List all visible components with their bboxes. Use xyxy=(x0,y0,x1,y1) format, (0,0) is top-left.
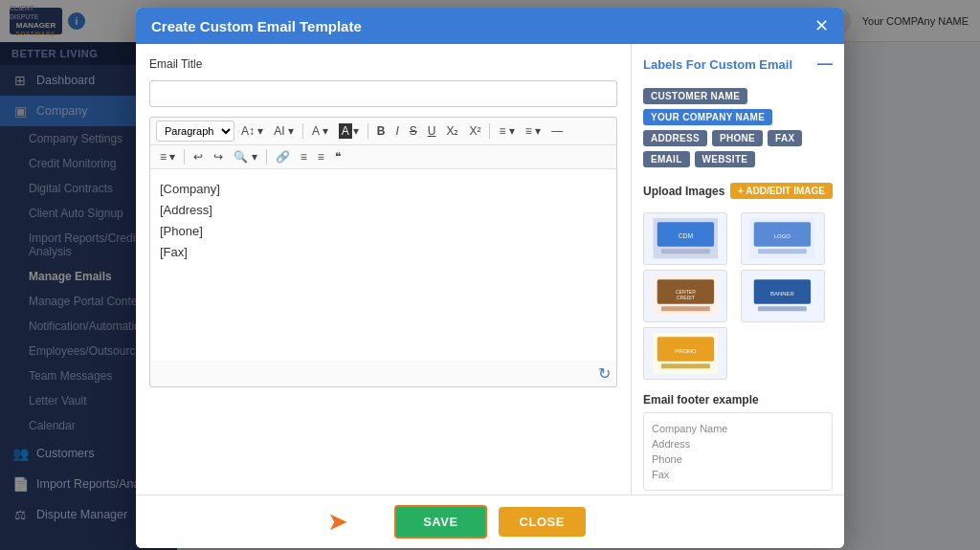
editor-line-company: [Company] xyxy=(160,179,607,200)
sep1 xyxy=(302,123,303,139)
link-btn[interactable]: 🔗 xyxy=(272,148,294,165)
unordered2-btn[interactable]: ≡ xyxy=(297,148,311,165)
label-tag-address[interactable]: ADDRESS xyxy=(643,130,707,146)
svg-rect-3 xyxy=(661,250,710,254)
footer-address: Address xyxy=(652,436,824,451)
redo-btn[interactable]: ↪ xyxy=(210,148,227,165)
toolbar-row2: ≡ ▾ ↩ ↪ 🔍 ▾ 🔗 ≡ ≡ ❝ xyxy=(150,145,616,169)
label-tag-website[interactable]: WEBSITE xyxy=(695,151,756,167)
labels-header: Labels For Custom Email — xyxy=(643,55,833,73)
add-image-button[interactable]: + ADD/EDIT IMAGE xyxy=(730,183,833,199)
email-title-input[interactable] xyxy=(149,80,617,107)
underline-btn[interactable]: U xyxy=(424,122,440,140)
svg-rect-12 xyxy=(661,307,710,312)
svg-text:CENTER: CENTER xyxy=(676,289,696,295)
editor-refresh: ↻ xyxy=(150,361,616,386)
font-color-btn[interactable]: A ▾ xyxy=(308,122,332,140)
toolbar-row1: Paragraph A↕ ▾ AI ▾ A ▾ A ▾ B I S U X₂ X… xyxy=(150,118,616,145)
svg-text:PROMO: PROMO xyxy=(675,348,697,354)
arrow-indicator: ➤ xyxy=(327,507,348,537)
ordered-list-btn[interactable]: ≡ ▾ xyxy=(522,122,545,140)
search-btn[interactable]: 🔍 ▾ xyxy=(230,148,260,165)
label-tag-customer-name[interactable]: CUSTOMER NAME xyxy=(643,88,747,104)
svg-rect-7 xyxy=(758,250,807,254)
unordered-list-btn[interactable]: ≡ ▾ xyxy=(495,122,518,140)
right-panel: Labels For Custom Email — CUSTOMER NAME … xyxy=(632,44,844,495)
svg-text:CDM: CDM xyxy=(678,232,693,239)
image-thumb-5[interactable]: PROMO xyxy=(643,327,727,380)
font-size-btn[interactable]: A↕ ▾ xyxy=(237,122,267,140)
paragraph-select[interactable]: Paragraph xyxy=(156,121,234,142)
footer-fax: Fax xyxy=(652,467,824,482)
modal-overlay: Create Custom Email Template ✕ Email Tit… xyxy=(0,0,980,550)
label-tag-fax[interactable]: FAX xyxy=(768,130,802,146)
editor-content[interactable]: [Company] [Address] [Phone] [Fax] xyxy=(150,169,616,361)
footer-section: Email footer example Company Name Addres… xyxy=(643,393,833,491)
image-thumb-3[interactable]: CENTER CREDIT xyxy=(643,270,727,322)
image-grid: CDM LOGO xyxy=(643,212,833,380)
refresh-icon[interactable]: ↻ xyxy=(598,364,611,383)
editor-panel: Email Title Paragraph A↕ ▾ AI ▾ A ▾ A ▾ xyxy=(136,44,632,495)
image-thumb-4[interactable]: BANNER xyxy=(741,270,825,322)
footer-title: Email footer example xyxy=(643,393,833,407)
label-tag-email[interactable]: EMAIL xyxy=(643,151,690,167)
svg-rect-16 xyxy=(758,307,807,312)
svg-text:LOGO: LOGO xyxy=(774,233,791,239)
editor-line-address: [Address] xyxy=(160,200,607,221)
italic-btn[interactable]: I xyxy=(391,122,402,140)
superscript-btn[interactable]: X² xyxy=(465,122,484,140)
bold-btn[interactable]: B xyxy=(373,122,390,140)
label-tag-company-name[interactable]: YOUR COMPANY NAME xyxy=(643,109,772,125)
labels-title: Labels For Custom Email xyxy=(643,57,792,72)
strike-btn[interactable]: S xyxy=(406,122,421,140)
separator-btn[interactable]: — xyxy=(547,122,567,140)
save-button[interactable]: SAVE xyxy=(394,505,486,539)
modal-body: Email Title Paragraph A↕ ▾ AI ▾ A ▾ A ▾ xyxy=(136,44,844,495)
svg-text:CREDIT: CREDIT xyxy=(677,296,695,301)
modal-footer: ➤ SAVE CLOSE xyxy=(136,495,844,548)
editor-toolbar: Paragraph A↕ ▾ AI ▾ A ▾ A ▾ B I S U X₂ X… xyxy=(149,117,617,387)
undo-btn[interactable]: ↩ xyxy=(189,148,207,165)
footer-lines: Company Name Address Phone Fax xyxy=(643,412,833,491)
font-ai-btn[interactable]: AI ▾ xyxy=(270,122,298,140)
subscript-btn[interactable]: X₂ xyxy=(442,122,462,140)
quote-btn[interactable]: ❝ xyxy=(331,148,345,165)
svg-rect-20 xyxy=(661,364,710,369)
email-title-label: Email Title xyxy=(149,57,617,71)
upload-header: Upload Images + ADD/EDIT IMAGE xyxy=(643,183,833,199)
svg-text:BANNER: BANNER xyxy=(770,291,794,297)
align-btn[interactable]: ≡ ▾ xyxy=(156,148,179,165)
image-thumb-2[interactable]: LOGO xyxy=(741,212,825,265)
upload-title: Upload Images xyxy=(643,185,724,198)
font-bg-btn[interactable]: A ▾ xyxy=(335,121,363,141)
editor-line-phone: [Phone] xyxy=(160,221,607,242)
sep5 xyxy=(266,149,267,165)
ordered2-btn[interactable]: ≡ xyxy=(314,148,328,165)
sep3 xyxy=(489,123,490,139)
footer-phone: Phone xyxy=(652,451,824,467)
label-tags-container: CUSTOMER NAME YOUR COMPANY NAME ADDRESS … xyxy=(643,88,833,167)
image-thumb-1[interactable]: CDM xyxy=(643,212,727,265)
editor-line-fax: [Fax] xyxy=(160,242,607,263)
modal-close-button[interactable]: ✕ xyxy=(814,17,829,34)
label-tag-phone[interactable]: PHONE xyxy=(712,130,763,146)
labels-collapse-btn[interactable]: — xyxy=(817,55,833,73)
modal-header: Create Custom Email Template ✕ xyxy=(136,8,844,44)
footer-company: Company Name xyxy=(652,421,824,436)
sep2 xyxy=(368,123,368,139)
close-button[interactable]: CLOSE xyxy=(499,507,586,537)
sep4 xyxy=(184,149,185,165)
modal-title: Create Custom Email Template xyxy=(151,18,362,34)
modal: Create Custom Email Template ✕ Email Tit… xyxy=(136,8,844,548)
